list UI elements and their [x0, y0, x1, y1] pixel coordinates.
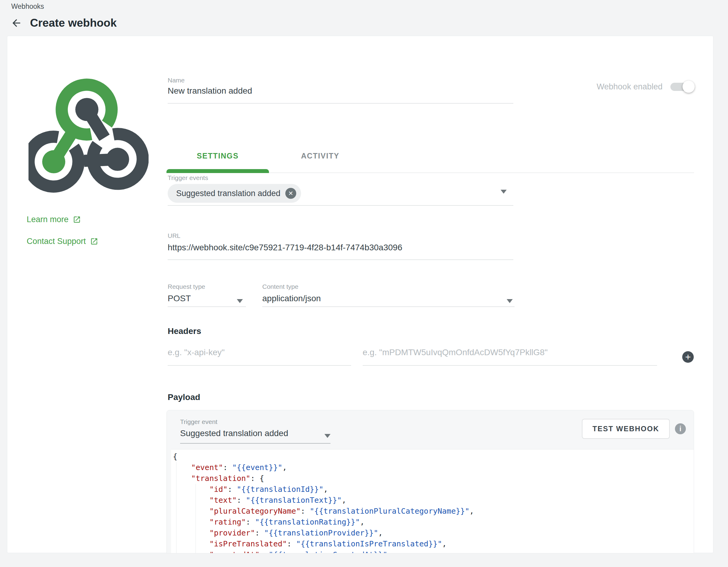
request-type-label: Request type [168, 283, 205, 290]
code-line: { [173, 451, 694, 462]
page-title: Create webhook [30, 17, 117, 29]
header-key-input[interactable] [168, 347, 350, 357]
content-type-label: Content type [262, 283, 298, 290]
tab-bar: SETTINGSACTIVITY [166, 139, 694, 173]
trigger-events-dropdown-arrow-icon[interactable] [501, 190, 507, 194]
info-icon[interactable]: i [675, 423, 686, 434]
code-line: "text": "{{translationText}}", [173, 495, 694, 506]
code-line: "translation": { [173, 473, 694, 484]
webhook-enabled-row: Webhook enabled [597, 82, 694, 92]
url-label: URL [168, 232, 180, 240]
tab-label: SETTINGS [197, 152, 239, 160]
code-line: "isPreTranslated": "{{translationIsPreTr… [173, 538, 694, 549]
content-type-select[interactable]: application/json [262, 293, 321, 303]
tab-label: ACTIVITY [301, 152, 340, 160]
learn-more-label: Learn more [27, 215, 69, 224]
payload-card: Trigger event Suggested translation adde… [166, 410, 694, 553]
plus-icon: + [685, 352, 691, 362]
payload-trigger-underline [180, 443, 330, 444]
request-type-underline [168, 306, 246, 307]
active-tab-indicator [166, 169, 269, 173]
back-button[interactable] [10, 17, 23, 29]
url-underline [168, 260, 513, 260]
create-webhook-page: Webhooks Create webhook [0, 0, 728, 567]
code-line: "rating": "{{translationRating}}", [173, 517, 694, 528]
payload-trigger-event-select[interactable]: Suggested translation added [180, 428, 288, 438]
arrow-back-icon [11, 17, 22, 29]
payload-code: { "event": "{{event}}", "translation": {… [171, 449, 694, 553]
header-value-underline [363, 365, 657, 366]
chip-remove-icon[interactable]: ✕ [285, 188, 296, 199]
open-in-new-icon [73, 216, 81, 224]
webhook-enabled-toggle[interactable] [670, 83, 694, 91]
trigger-events-chips: Suggested translation added✕ [168, 184, 301, 203]
headers-heading: Headers [168, 326, 201, 336]
code-line: "provider": "{{translationProvider}}", [173, 528, 694, 538]
toggle-thumb [683, 81, 695, 93]
payload-trigger-dropdown-arrow-icon[interactable] [324, 434, 330, 438]
contact-support-link[interactable]: Contact Support [27, 237, 98, 246]
add-header-button[interactable]: + [682, 351, 694, 363]
contact-support-label: Contact Support [27, 237, 86, 246]
trigger-events-label: Trigger events [168, 174, 208, 182]
header-value-input[interactable] [363, 347, 654, 357]
test-webhook-button[interactable]: TEST WEBHOOK [582, 419, 670, 439]
name-underline [168, 103, 513, 104]
name-input[interactable] [168, 86, 501, 96]
request-type-dropdown-arrow-icon[interactable] [237, 299, 243, 303]
chip-label: Suggested translation added [176, 189, 280, 198]
title-row: Create webhook [10, 17, 117, 29]
header-key-underline [168, 365, 351, 366]
open-in-new-icon [90, 237, 98, 246]
trigger-events-underline [168, 205, 513, 206]
code-line: "id": "{{translationId}}", [173, 484, 694, 495]
tab-activity[interactable]: ACTIVITY [269, 139, 371, 173]
code-line: "createdAt": "{{translationCreatedAt}}", [173, 549, 694, 553]
code-line: "event": "{{event}}", [173, 462, 694, 473]
tab-settings[interactable]: SETTINGS [166, 139, 269, 173]
breadcrumb[interactable]: Webhooks [11, 2, 44, 11]
webhook-enabled-label: Webhook enabled [597, 82, 663, 92]
payload-heading: Payload [168, 392, 200, 402]
url-input[interactable] [168, 243, 513, 253]
code-line: "pluralCategoryName": "{{translationPlur… [173, 506, 694, 517]
trigger-event-chip: Suggested translation added✕ [168, 184, 301, 203]
payload-trigger-event-label: Trigger event [180, 418, 217, 425]
content-type-underline [262, 306, 515, 307]
request-type-select[interactable]: POST [168, 293, 191, 303]
name-label: Name [168, 77, 185, 84]
content-type-dropdown-arrow-icon[interactable] [507, 299, 513, 303]
learn-more-link[interactable]: Learn more [27, 215, 81, 224]
webhook-logo [29, 78, 149, 196]
webhook-card: Learn more Contact Support Name Webhook … [7, 36, 713, 553]
payload-code-editor[interactable]: { "event": "{{event}}", "translation": {… [171, 449, 694, 553]
